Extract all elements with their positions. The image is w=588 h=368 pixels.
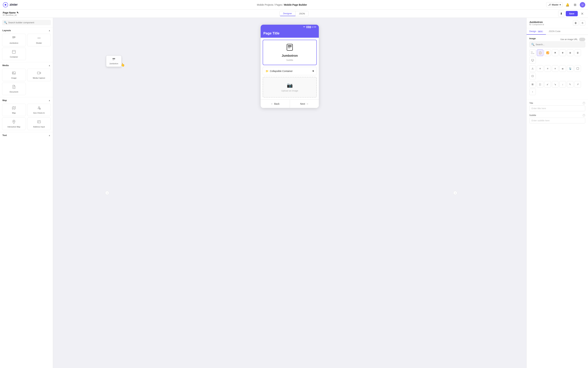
monitor-icon-cell[interactable]: 🖥 [574,49,581,56]
battery-icon: ▓ [309,26,311,28]
component-media-capture[interactable]: Media Capture [27,69,51,81]
phone-content: Jumbotron Subtitle 📁 Collapsible Contain… [261,38,319,100]
edit-icon[interactable]: ✎ [17,11,19,14]
component-label: Jumbotron [9,42,18,44]
x-icon-cell[interactable]: ✕ [552,49,558,56]
nav-actions: ⎇ Master ▾ 🔔 ⊞ U [546,2,585,8]
delete-component-button[interactable]: 🗑 [573,20,579,26]
svg-rect-24 [113,59,115,60]
tab-designer[interactable]: Designer [280,11,296,16]
arrow-dr-icon-cell[interactable]: ↘ [552,81,558,88]
title-input[interactable] [529,106,585,111]
component-label: Container [10,56,18,58]
svg-rect-2 [12,37,15,37]
box2-icon-cell[interactable] [529,73,536,79]
component-jumbotron[interactable]: Jumbotron [2,34,26,46]
jumbotron-subtitle: Subtitle [286,59,293,61]
avatar[interactable]: U [580,2,585,8]
search-input[interactable] [8,21,49,24]
arrow-ur-icon-cell[interactable]: ↗ [574,81,581,88]
grid-icon-cell[interactable]: ⊞ [529,81,536,88]
svg-rect-23 [113,58,115,59]
collapsible-container[interactable]: 📁 Collapsible Container ▾ [263,67,317,75]
section-header-media[interactable]: Media ▲ [0,62,53,68]
monitor2-icon-cell[interactable] [529,57,536,64]
component-geo-checkin[interactable]: Geo Check-In [27,104,51,116]
box-icon-cell[interactable] [574,65,581,72]
alert-icon-cell[interactable]: ⚠ [529,65,536,72]
tab-design[interactable]: Design BETA [527,28,546,35]
wifi-icon-cell[interactable]: 📶 [544,49,551,56]
collapse-right-button[interactable]: › [453,191,457,195]
image-section: Image Use an image URL 🔍 NOICON 📋 📶 ✕ + … [527,35,588,99]
component-document[interactable]: Document [2,83,26,95]
download-button[interactable]: ⬇ [558,11,564,17]
component-container[interactable]: Container [2,48,26,60]
image-url-toggle[interactable] [579,38,585,41]
arrow-ul-icon-cell[interactable]: ↖ [567,81,573,88]
align-j-icon-cell[interactable]: ≣ [559,65,566,72]
svg-rect-30 [531,59,534,61]
dragging-ghost: Jumbotron [106,55,122,67]
jumbotron-component[interactable]: Jumbotron Subtitle [263,40,317,65]
tab-json-code[interactable]: JSON Code [546,28,563,35]
section-header-layouts[interactable]: Layouts ▲ [0,28,53,33]
panel-header-actions: 🗑 ⎘ [573,20,585,26]
page-name-title: Page Name ✎ [3,11,280,14]
component-image[interactable]: Image [2,69,26,81]
wifi-status-icon: ▾▾ [303,26,305,28]
branch-selector[interactable]: ⎇ Master ▾ [546,2,563,7]
subtitle-help-icon[interactable]: ? [582,114,585,117]
notification-button[interactable]: 🔔 [565,2,570,8]
title-help-icon[interactable]: ? [582,102,585,104]
logo-text: zinier [9,3,18,7]
doc-icon-cell[interactable]: 📋 [537,49,543,56]
apps-grid-button[interactable]: ⊞ [572,2,578,8]
plus-icon-cell[interactable]: + [559,49,566,56]
upload-image-component[interactable]: 📷 Upload an image [263,77,317,98]
bracket-icon-cell[interactable]: [ ] [537,81,543,88]
next-arrow-icon: → [306,102,308,105]
arrow-u-icon-cell[interactable]: ↑ [529,89,536,95]
subtitle-field-label: Subtitle ? [529,114,585,117]
icon-grid-row2: ⚠ ≡ ≡ ≡ ≣ 📡 [529,65,585,79]
logo-icon [3,2,8,8]
arrow-dl-icon-cell[interactable]: ↙ [544,81,551,88]
svg-rect-25 [113,60,114,60]
svg-rect-27 [288,46,292,46]
page-name-section: Page Name ✎ ID: [workflow_id] [3,11,280,16]
section-header-text[interactable]: Text ▲ [0,132,53,138]
app-logo[interactable]: zinier [3,2,18,8]
component-interactive-map[interactable]: Interactive Map [2,118,26,130]
back-button[interactable]: ← Back [261,100,290,108]
wifi2-icon-cell[interactable]: 📡 [567,65,573,72]
back-arrow-icon: ← [271,102,273,105]
no-icon-cell[interactable]: NOICON [529,49,536,56]
circle-plus-icon-cell[interactable]: ⊕ [567,49,573,56]
align-c-icon-cell[interactable]: ≡ [537,65,543,72]
subtitle-input[interactable] [529,118,585,123]
breadcrumb: Mobile Projects / Pages / Mobile Page Bu… [18,3,546,6]
arrow-d-icon-cell[interactable]: ↓ [559,81,566,88]
component-divider[interactable]: Divider [27,34,51,46]
image-icon [12,71,16,76]
align-r-icon-cell[interactable]: ≡ [552,65,558,72]
tab-json[interactable]: JSON [296,11,308,16]
collapse-left-button[interactable]: ‹ [105,191,109,195]
save-button[interactable]: Save [566,11,578,16]
svg-rect-9 [37,72,40,74]
search-input-wrap: 🔍 [2,20,51,25]
section-title-map: Map [2,99,7,101]
section-header-map[interactable]: Map ▲ [0,97,53,103]
close-button[interactable]: ✕ [579,11,585,17]
icon-search-input[interactable] [536,43,583,46]
upload-text: Upload an image [281,89,298,92]
component-label: Address Input [33,126,45,128]
next-button[interactable]: Next → [290,100,319,108]
component-address-input[interactable]: Address Input [27,118,51,130]
component-map[interactable]: Map [2,104,26,116]
svg-rect-34 [532,75,533,77]
chevron-up-icon: ▲ [48,29,51,32]
align-l-icon-cell[interactable]: ≡ [544,65,551,72]
copy-component-button[interactable]: ⎘ [580,20,585,26]
